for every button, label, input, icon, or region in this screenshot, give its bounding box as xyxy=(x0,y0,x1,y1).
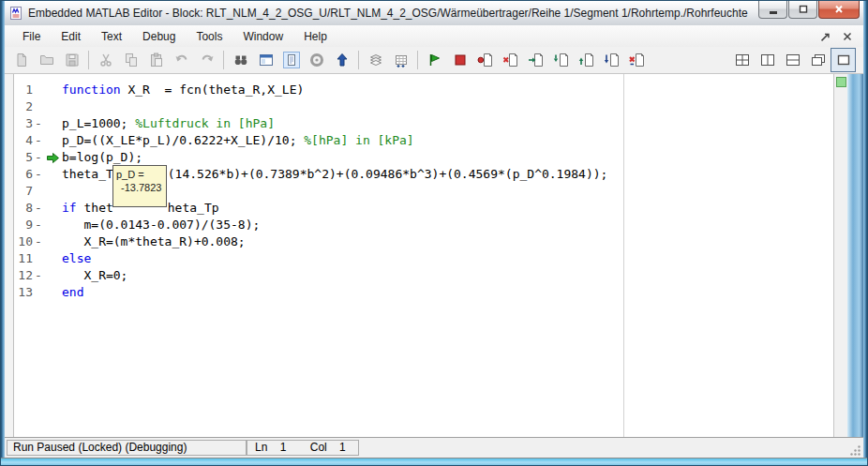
step-out-button[interactable] xyxy=(574,48,599,72)
executable-line-marker[interactable] xyxy=(33,250,44,267)
edit-data-button[interactable] xyxy=(388,48,413,72)
redo-button[interactable] xyxy=(194,48,219,72)
code-line-1[interactable]: 1function X_R = fcn(theta_R,X_LE) xyxy=(14,82,833,98)
executable-line-marker[interactable]: - xyxy=(33,115,44,132)
code-segment: X_R = fcn(theta_R,X_LE) xyxy=(121,83,305,97)
menu-help[interactable]: Help xyxy=(293,26,337,47)
code-line-5[interactable]: 5-b=log(p_D); xyxy=(14,149,833,166)
update-diagram-button[interactable] xyxy=(363,48,388,72)
set-clear-breakpoint-button[interactable] xyxy=(472,48,498,72)
line-number: 1 xyxy=(14,82,33,98)
set-clear-breakpoint-icon xyxy=(477,52,494,68)
line-number: 2 xyxy=(14,98,33,115)
code-line-9[interactable]: 9- m=(0.0143-0.007)/(35-8); xyxy=(14,217,833,233)
line-number: 4 xyxy=(14,132,33,149)
breakpoint-gutter[interactable] xyxy=(5,74,14,437)
cascade-button[interactable] xyxy=(805,48,831,72)
code-line-11[interactable]: 11else xyxy=(14,250,833,267)
stop-button[interactable] xyxy=(447,48,472,72)
executable-line-marker[interactable] xyxy=(33,98,44,115)
split-vertical-button[interactable] xyxy=(755,48,780,72)
window-controls xyxy=(757,1,863,19)
report-button[interactable] xyxy=(278,48,304,72)
menu-file[interactable]: File xyxy=(12,26,51,47)
copy-button[interactable] xyxy=(118,48,143,72)
target-button[interactable] xyxy=(304,48,329,72)
exit-debug-button[interactable] xyxy=(624,48,650,72)
undo-icon xyxy=(173,52,190,68)
editor-right-border-band xyxy=(847,74,863,437)
executable-line-marker[interactable]: - xyxy=(33,132,44,149)
go-up-button[interactable] xyxy=(329,48,354,72)
statusbar: Run Paused (Locked) (Debugging) Ln 1 Col… xyxy=(5,438,863,458)
code-segment: heta_Tp xyxy=(168,201,219,215)
code-analyzer-indicator[interactable] xyxy=(836,77,846,87)
restore-icon xyxy=(796,2,811,17)
undo-button[interactable] xyxy=(169,48,194,72)
close-button[interactable] xyxy=(818,1,860,19)
executable-line-marker[interactable] xyxy=(33,82,44,98)
minimize-icon xyxy=(766,2,781,17)
executable-line-marker[interactable]: - xyxy=(33,166,44,183)
step-button[interactable] xyxy=(523,48,548,72)
code-line-4[interactable]: 4-p_D=((X_LE*p_L)/0.6222+X_LE)/10; %[hPa… xyxy=(14,132,833,149)
executable-line-marker[interactable]: - xyxy=(33,200,44,217)
single-window-button[interactable] xyxy=(831,48,856,72)
undock-icon[interactable] xyxy=(818,30,831,43)
toolbar-separator xyxy=(223,51,224,69)
continue-button[interactable] xyxy=(422,48,447,72)
executable-line-marker[interactable]: - xyxy=(33,233,44,250)
paste-button[interactable] xyxy=(143,48,169,72)
open-button[interactable] xyxy=(34,48,59,72)
executable-line-marker[interactable]: - xyxy=(33,217,44,233)
close-icon xyxy=(831,2,846,17)
arrow-gutter xyxy=(44,233,62,250)
arrow-gutter xyxy=(44,250,62,267)
executable-line-marker[interactable] xyxy=(33,284,44,301)
new-button[interactable] xyxy=(8,48,34,72)
keyword: else xyxy=(62,251,91,265)
code-line-2[interactable]: 2 xyxy=(14,98,833,115)
menu-edit[interactable]: Edit xyxy=(51,26,91,47)
toolbar-separator xyxy=(417,51,418,69)
resize-grip[interactable] xyxy=(849,444,861,457)
split-horizontal-button[interactable] xyxy=(780,48,805,72)
stop-icon xyxy=(452,52,469,68)
model-explorer-button[interactable] xyxy=(253,48,278,72)
run-to-line-button[interactable] xyxy=(599,48,624,72)
menu-window[interactable]: Window xyxy=(232,26,293,47)
code-line-10[interactable]: 10- X_R=(m*theta_R)+0.008; xyxy=(14,233,833,250)
save-button[interactable] xyxy=(59,48,84,72)
line-number: 3 xyxy=(14,115,33,132)
menu-debug[interactable]: Debug xyxy=(132,26,186,47)
code-line-12[interactable]: 12- X_R=0; xyxy=(14,267,833,284)
menu-tools[interactable]: Tools xyxy=(186,26,232,47)
text-hidden-by-datatip xyxy=(113,211,168,212)
current-line-arrow-icon xyxy=(46,151,60,165)
titlebar[interactable]: Embedded MATLAB Editor - Block: RLT_NLM_… xyxy=(5,1,863,26)
clear-all-breakpoints-button[interactable] xyxy=(498,48,523,72)
cursor-position-box: Ln 1 Col 1 xyxy=(247,440,359,456)
minimize-button[interactable] xyxy=(758,1,787,19)
menu-text[interactable]: Text xyxy=(91,26,132,47)
datatip-value: -13.7823 xyxy=(121,181,166,194)
edit-data-icon xyxy=(393,52,410,68)
go-up-icon xyxy=(334,52,351,68)
step-in-button[interactable] xyxy=(548,48,574,72)
split-quad-button[interactable] xyxy=(729,48,755,72)
menubar-close-icon[interactable] xyxy=(841,30,854,43)
code-segment: p_D=((X_LE*p_L)/0.6222+X_LE)/10; xyxy=(62,133,304,147)
code-editor[interactable]: 1function X_R = fcn(theta_R,X_LE)23-p_L=… xyxy=(5,74,863,438)
cut-button[interactable] xyxy=(93,48,118,72)
executable-line-marker[interactable]: - xyxy=(33,149,44,166)
code-text: end xyxy=(62,284,83,301)
keyword: function xyxy=(62,83,121,97)
find-button[interactable] xyxy=(228,48,253,72)
code-line-13[interactable]: 13end xyxy=(14,284,833,301)
arrow-gutter xyxy=(44,132,62,149)
executable-line-marker[interactable]: - xyxy=(33,267,44,284)
code-line-3[interactable]: 3-p_L=1000; %Luftdruck in [hPa] xyxy=(14,115,833,132)
code-segment: theta_T xyxy=(62,167,113,181)
executable-line-marker[interactable] xyxy=(33,183,44,200)
restore-button[interactable] xyxy=(788,1,817,19)
